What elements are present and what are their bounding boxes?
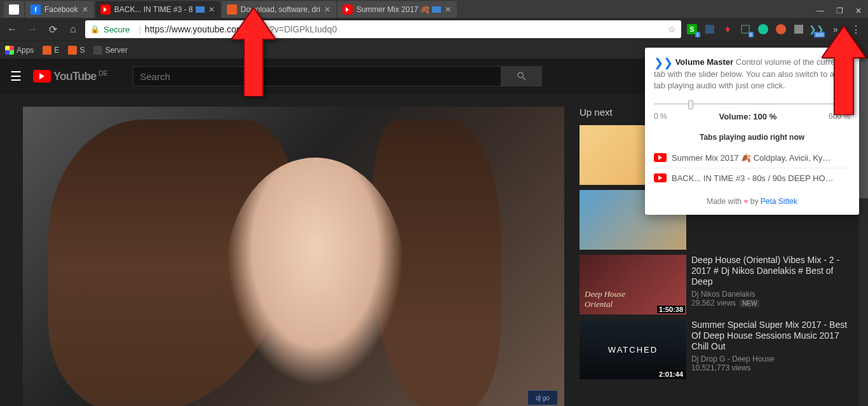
tab-label: Facebook: [44, 5, 78, 14]
reload-button[interactable]: ⟳: [44, 21, 61, 37]
tabs-section-heading: Tabs playing audio right now: [654, 133, 850, 142]
ext-frame-icon[interactable]: 6: [738, 22, 752, 36]
video-channel: Dj Nikos Danelakis: [691, 290, 853, 299]
slider-thumb[interactable]: [688, 100, 693, 109]
address-bar[interactable]: 🔒 Secure | https://www.youtube.com/watch…: [85, 20, 681, 38]
video-frame: dj go: [23, 107, 564, 406]
video-channel: Dj Drop G - Deep House: [691, 355, 853, 363]
ext-lastpass-icon[interactable]: ♦: [721, 22, 735, 36]
tab-newtab[interactable]: [4, 1, 24, 18]
youtube-icon: [654, 153, 667, 162]
close-icon[interactable]: ✕: [208, 6, 215, 13]
browser-tabstrip: f Facebook ✕ BACK... IN TIME #3 - 8 ✕ Do…: [0, 0, 868, 18]
folder-icon: [68, 46, 77, 55]
url-host: https://www.youtube.com: [145, 24, 244, 34]
secure-label: Secure: [104, 25, 130, 34]
tab-youtube-back-in-time[interactable]: BACK... IN TIME #3 - 8 ✕: [95, 1, 220, 18]
annotation-arrow: [822, 26, 866, 118]
search-icon: [516, 71, 527, 82]
youtube-icon: [100, 4, 111, 15]
ext-duckduckgo-icon[interactable]: [774, 22, 788, 36]
video-title: Summer Special Super Mix 2017 - Best Of …: [691, 320, 853, 352]
volume-slider[interactable]: [654, 99, 850, 108]
hamburger-menu-icon[interactable]: ☰: [10, 69, 22, 84]
tab-youtube-summer-mix[interactable]: Summer Mix 2017 🍂 ✕: [337, 1, 457, 18]
bookmark-star-icon[interactable]: ☆: [668, 24, 676, 34]
window-controls: — ❐ ✕: [811, 4, 868, 18]
ext-grammarly-icon[interactable]: [756, 22, 770, 36]
audio-indicator-icon[interactable]: [196, 6, 205, 13]
close-icon[interactable]: ✕: [323, 6, 331, 13]
youtube-logo[interactable]: YouTube DE: [33, 70, 107, 83]
video-title: Deep House (Oriental) Vibes Mix - 2 - 20…: [691, 255, 853, 287]
tab-label: BACK... IN TIME #3 - 8: [114, 5, 193, 14]
annotation-arrow: [231, 8, 276, 99]
ext-grey-icon[interactable]: [792, 22, 806, 36]
dj-go-watermark: dj go: [527, 390, 558, 405]
youtube-play-icon: [33, 70, 51, 83]
ext-cube-icon[interactable]: [703, 22, 717, 36]
close-icon[interactable]: ✕: [444, 6, 452, 13]
close-button[interactable]: ✕: [849, 4, 868, 18]
bookmark-e[interactable]: E: [43, 46, 59, 55]
scale-min: 0 %: [654, 112, 667, 121]
tab-label: Summer Mix 2017: [356, 5, 418, 14]
home-button[interactable]: ⌂: [65, 21, 81, 37]
video-views: 10,521,773 views: [691, 363, 853, 372]
author-link[interactable]: Peta Sittek: [761, 197, 797, 206]
tab-facebook[interactable]: f Facebook ✕: [25, 1, 94, 18]
audio-indicator-icon[interactable]: [432, 6, 441, 13]
folder-icon: [43, 46, 51, 55]
apps-icon: [5, 46, 14, 55]
popup-header: ❯❯ Volume Master Control volume of the c…: [654, 57, 850, 91]
youtube-icon: [342, 4, 353, 15]
video-suggestion[interactable]: 1:50:38 Deep House (Oriental) Vibes Mix …: [580, 255, 853, 315]
server-icon: [93, 46, 102, 55]
slider-track: [654, 103, 850, 105]
back-button[interactable]: ←: [4, 21, 20, 37]
heart-icon: ♥: [743, 197, 748, 206]
audio-tab-item[interactable]: Summer Mix 2017 🍂 Coldplay, Avicii, Ky…: [654, 148, 850, 168]
minimize-button[interactable]: —: [811, 4, 830, 18]
maximize-button[interactable]: ❐: [830, 4, 849, 18]
audio-tab-item[interactable]: BACK... IN TIME #3 - 80s / 90s DEEP HO…: [654, 168, 850, 188]
new-badge: NEW: [740, 299, 759, 308]
youtube-icon: [654, 173, 667, 182]
forward-button[interactable]: →: [24, 21, 41, 37]
video-suggestion[interactable]: WATCHED 2:01:44 Summer Special Super Mix…: [580, 320, 853, 379]
video-player[interactable]: dj go: [23, 107, 564, 406]
bookmark-apps[interactable]: Apps: [5, 46, 34, 55]
browser-toolbar: ← → ⟳ ⌂ 🔒 Secure | https://www.youtube.c…: [0, 18, 868, 41]
video-thumbnail: 1:50:38: [580, 255, 686, 315]
bookmark-server[interactable]: Server: [93, 46, 127, 55]
search-button[interactable]: [501, 66, 542, 86]
popup-footer: Made with ♥ by Peta Sittek: [654, 188, 850, 206]
ext-gsuite-icon[interactable]: S1: [685, 22, 699, 36]
facebook-icon: f: [31, 4, 41, 15]
search-form: [133, 66, 542, 86]
video-thumbnail: WATCHED 2:01:44: [580, 320, 686, 379]
video-views: 29,562 viewsNEW: [691, 299, 853, 308]
volume-readout: Volume: 100 %: [719, 112, 776, 121]
bookmark-s[interactable]: S: [68, 46, 85, 55]
volume-master-icon: ❯❯: [654, 57, 673, 69]
search-input[interactable]: [133, 66, 501, 86]
close-icon[interactable]: ✕: [81, 6, 89, 13]
newtab-icon: [9, 4, 19, 15]
lock-icon: 🔒: [90, 25, 100, 34]
leaf-icon: 🍂: [420, 5, 430, 14]
